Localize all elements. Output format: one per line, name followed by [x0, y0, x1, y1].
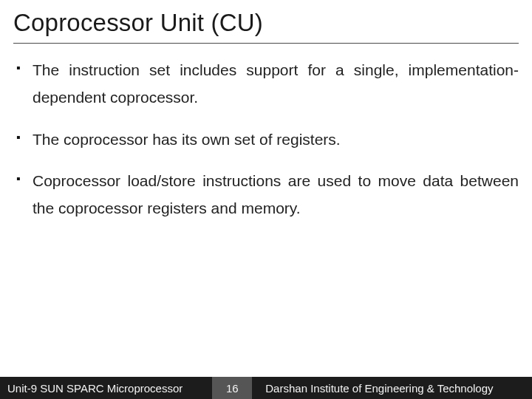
slide-footer: Unit-9 SUN SPARC Microprocessor 16 Darsh… — [0, 377, 532, 399]
footer-institute: Darshan Institute of Engineering & Techn… — [265, 382, 532, 395]
bullet-list: The instruction set includes support for… — [13, 57, 519, 222]
slide-body: The instruction set includes support for… — [0, 44, 532, 399]
footer-unit: Unit-9 SUN SPARC Microprocessor — [0, 382, 183, 395]
bullet-item: The instruction set includes support for… — [13, 57, 519, 112]
bullet-item: The coprocessor has its own set of regis… — [13, 126, 519, 154]
footer-page-number: 16 — [212, 377, 252, 399]
slide-title: Coprocessor Unit (CU) — [0, 0, 532, 40]
bullet-item: Coprocessor load/store instructions are … — [13, 168, 519, 222]
slide: Coprocessor Unit (CU) The instruction se… — [0, 0, 532, 399]
